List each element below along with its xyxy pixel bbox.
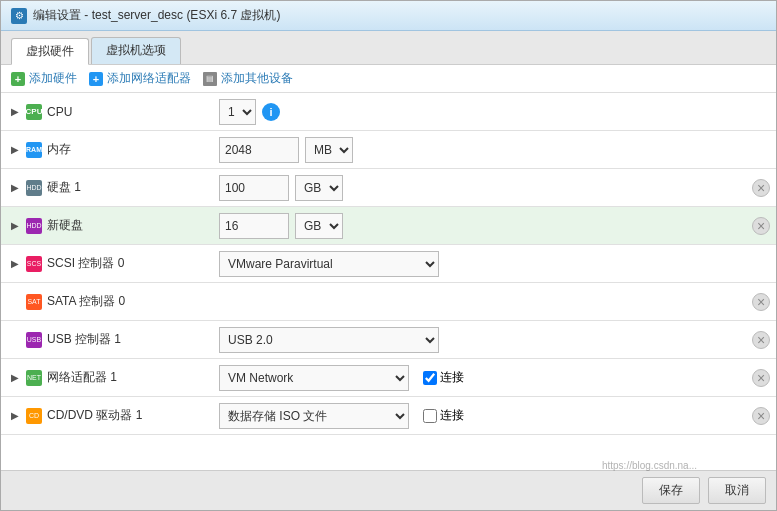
hdd1-remove-btn[interactable]: ×: [752, 179, 770, 197]
new-hdd-size-input[interactable]: [219, 213, 289, 239]
table-row: ▶ HDD 硬盘 1 MBGBTB ×: [1, 169, 776, 207]
usb-controls: USB 1.1USB 2.0USB 3.0: [211, 323, 746, 357]
net-network-select[interactable]: VM Network网络: [219, 365, 409, 391]
net-connect-checkbox-group: 连接: [423, 369, 464, 386]
cpu-count-select[interactable]: 1248: [219, 99, 256, 125]
hdd1-size-input[interactable]: [219, 175, 289, 201]
add-other-icon: ▤: [203, 72, 217, 86]
sata-remove-btn[interactable]: ×: [752, 293, 770, 311]
cdrom-connect-checkbox[interactable]: [423, 409, 437, 423]
cdrom-label-col: ▶ CD CD/DVD 驱动器 1: [1, 407, 211, 424]
usb-icon: USB: [26, 332, 42, 348]
new-hdd-action: ×: [746, 217, 776, 235]
table-row: USB USB 控制器 1 USB 1.1USB 2.0USB 3.0 ×: [1, 321, 776, 359]
hdd1-icon: HDD: [26, 180, 42, 196]
table-row: SAT SATA 控制器 0 ×: [1, 283, 776, 321]
sata-controls: [211, 298, 746, 306]
table-row: ▶ NET 网络适配器 1 VM Network网络 连接 ×: [1, 359, 776, 397]
hdd1-label-col: ▶ HDD 硬盘 1: [1, 179, 211, 196]
memory-icon: RAM: [26, 142, 42, 158]
table-row: ▶ HDD 新硬盘 MBGBTB ×: [1, 207, 776, 245]
cdrom-expand[interactable]: ▶: [11, 410, 21, 421]
tab-hardware[interactable]: 虚拟硬件: [11, 38, 89, 65]
hdd1-expand[interactable]: ▶: [11, 182, 21, 193]
table-row: ▶ CPU CPU 1248 i: [1, 93, 776, 131]
cancel-button[interactable]: 取消: [708, 477, 766, 504]
memory-value-input[interactable]: [219, 137, 299, 163]
cdrom-icon: CD: [26, 408, 42, 424]
scsi-expand[interactable]: ▶: [11, 258, 21, 269]
cdrom-connect-label: 连接: [440, 407, 464, 424]
scsi-icon: SCS: [26, 256, 42, 272]
table-row: ▶ RAM 内存 MBGB: [1, 131, 776, 169]
cdrom-action: ×: [746, 407, 776, 425]
new-hdd-unit-select[interactable]: MBGBTB: [295, 213, 343, 239]
add-network-btn[interactable]: + 添加网络适配器: [89, 70, 191, 87]
scsi-type-select[interactable]: VMware ParavirtualLSI LogicBusLogic: [219, 251, 439, 277]
usb-label-col: USB USB 控制器 1: [1, 331, 211, 348]
sata-label-col: SAT SATA 控制器 0: [1, 293, 211, 310]
new-hdd-expand[interactable]: ▶: [11, 220, 21, 231]
window-icon: ⚙: [11, 8, 27, 24]
net-connect-checkbox[interactable]: [423, 371, 437, 385]
save-button[interactable]: 保存: [642, 477, 700, 504]
toolbar: + 添加硬件 + 添加网络适配器 ▤ 添加其他设备: [1, 65, 776, 93]
tabs-bar: 虚拟硬件 虚拟机选项: [1, 31, 776, 65]
memory-expand[interactable]: ▶: [11, 144, 21, 155]
window-title: 编辑设置 - test_server_desc (ESXi 6.7 虚拟机): [33, 7, 280, 24]
cdrom-controls: 数据存储 ISO 文件客户端设备主机设备 连接: [211, 399, 746, 433]
cpu-icon: CPU: [26, 104, 42, 120]
net-icon: NET: [26, 370, 42, 386]
table-row: ▶ CD CD/DVD 驱动器 1 数据存储 ISO 文件客户端设备主机设备 连…: [1, 397, 776, 435]
add-hardware-btn[interactable]: + 添加硬件: [11, 70, 77, 87]
net-action: ×: [746, 369, 776, 387]
cpu-info-icon[interactable]: i: [262, 103, 280, 121]
cpu-controls: 1248 i: [211, 95, 746, 129]
hdd1-action: ×: [746, 179, 776, 197]
usb-version-select[interactable]: USB 1.1USB 2.0USB 3.0: [219, 327, 439, 353]
sata-icon: SAT: [26, 294, 42, 310]
cpu-label-col: ▶ CPU CPU: [1, 104, 211, 120]
net-expand[interactable]: ▶: [11, 372, 21, 383]
add-hardware-icon: +: [11, 72, 25, 86]
add-other-btn[interactable]: ▤ 添加其他设备: [203, 70, 293, 87]
bottom-bar: https://blog.csdn.na... 保存 取消: [1, 470, 776, 510]
table-row: ▶ SCS SCSI 控制器 0 VMware ParavirtualLSI L…: [1, 245, 776, 283]
scsi-controls: VMware ParavirtualLSI LogicBusLogic: [211, 247, 746, 281]
new-hdd-label-col: ▶ HDD 新硬盘: [1, 217, 211, 234]
tab-options[interactable]: 虚拟机选项: [91, 37, 181, 64]
net-label-col: ▶ NET 网络适配器 1: [1, 369, 211, 386]
content-area: 虚拟硬件 虚拟机选项 + 添加硬件 + 添加网络适配器 ▤ 添加其他设备 ▶: [1, 31, 776, 510]
net-connect-label: 连接: [440, 369, 464, 386]
hdd1-unit-select[interactable]: MBGBTB: [295, 175, 343, 201]
title-bar: ⚙ 编辑设置 - test_server_desc (ESXi 6.7 虚拟机): [1, 1, 776, 31]
new-hdd-remove-btn[interactable]: ×: [752, 217, 770, 235]
cdrom-source-select[interactable]: 数据存储 ISO 文件客户端设备主机设备: [219, 403, 409, 429]
net-controls: VM Network网络 连接: [211, 361, 746, 395]
new-hdd-controls: MBGBTB: [211, 209, 746, 243]
usb-remove-btn[interactable]: ×: [752, 331, 770, 349]
scsi-label-col: ▶ SCS SCSI 控制器 0: [1, 255, 211, 272]
memory-label-col: ▶ RAM 内存: [1, 141, 211, 158]
memory-unit-select[interactable]: MBGB: [305, 137, 353, 163]
new-hdd-icon: HDD: [26, 218, 42, 234]
sata-action: ×: [746, 293, 776, 311]
cdrom-connect-checkbox-group: 连接: [423, 407, 464, 424]
memory-controls: MBGB: [211, 133, 746, 167]
cpu-expand[interactable]: ▶: [11, 106, 21, 117]
main-window: ⚙ 编辑设置 - test_server_desc (ESXi 6.7 虚拟机)…: [0, 0, 777, 511]
net-remove-btn[interactable]: ×: [752, 369, 770, 387]
cdrom-remove-btn[interactable]: ×: [752, 407, 770, 425]
watermark-text: https://blog.csdn.na...: [602, 460, 697, 471]
device-list: ▶ CPU CPU 1248 i ▶ RAM 内存: [1, 93, 776, 470]
add-network-icon: +: [89, 72, 103, 86]
hdd1-controls: MBGBTB: [211, 171, 746, 205]
usb-action: ×: [746, 331, 776, 349]
